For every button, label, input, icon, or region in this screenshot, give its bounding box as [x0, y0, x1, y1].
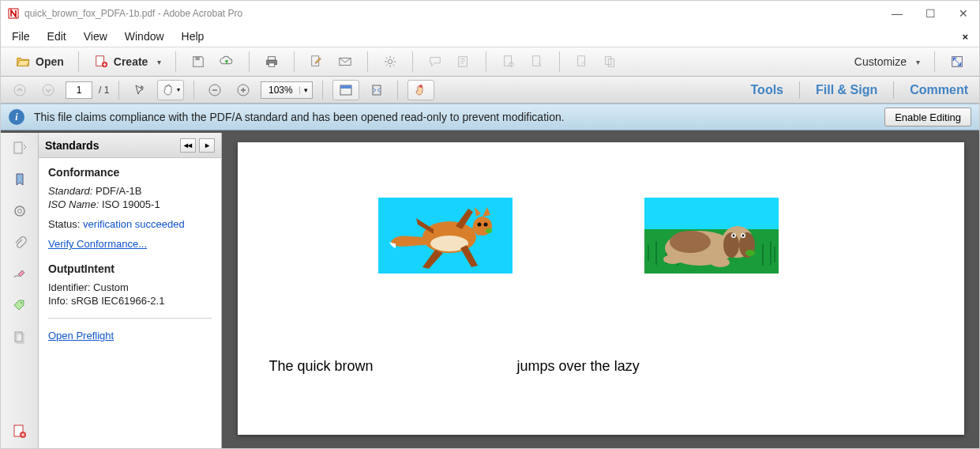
comment-tool[interactable] [421, 51, 449, 73]
edit-page-icon [309, 54, 325, 70]
menu-window[interactable]: Window [125, 30, 164, 43]
open-button[interactable]: Open [9, 51, 70, 73]
status-label: Status: [48, 218, 80, 230]
standard-value: PDF/A-1B [96, 185, 142, 197]
page-1: The quick brown [238, 142, 964, 435]
zoom-input[interactable] [261, 85, 299, 96]
standards-icon[interactable] [11, 202, 28, 220]
svg-rect-3 [196, 57, 200, 61]
stamp-icon [456, 54, 471, 70]
menu-close-x[interactable]: × [962, 31, 968, 43]
acrobat-app-icon [7, 7, 20, 20]
iso-value: ISO 19005-1 [102, 198, 160, 210]
svg-rect-23 [340, 85, 351, 89]
sign-tool[interactable] [523, 51, 551, 73]
bookmarks-icon[interactable] [11, 171, 28, 188]
page-up-button[interactable] [9, 80, 31, 100]
menu-bar: File Edit View Window Help × [1, 26, 979, 47]
tools-pane-button[interactable]: Tools [748, 83, 787, 97]
svg-rect-26 [14, 142, 22, 153]
speech-icon [427, 54, 443, 70]
tags-icon[interactable] [11, 297, 28, 315]
fullscreen-icon [949, 54, 965, 70]
standards-panel: Standards ◂◂ ▸ Conformance Standard: PDF… [39, 133, 222, 448]
identifier-label: Identifier: [48, 281, 90, 293]
edit-button[interactable] [302, 51, 331, 73]
customize-button[interactable]: Customize [848, 52, 926, 71]
customize-label: Customize [854, 55, 907, 68]
menu-view[interactable]: View [84, 30, 107, 43]
save-button[interactable] [184, 51, 212, 73]
signatures-icon[interactable] [11, 266, 28, 283]
menu-help[interactable]: Help [182, 30, 205, 43]
zoom-combo[interactable]: ▾ [261, 81, 313, 99]
svg-point-39 [477, 223, 481, 227]
outputintent-header: OutputIntent [48, 262, 212, 275]
organize-tool[interactable] [596, 51, 625, 73]
print-button[interactable] [257, 51, 286, 73]
fullscreen-button[interactable] [943, 51, 971, 73]
svg-point-9 [389, 59, 392, 63]
conformance-header: Conformance [48, 166, 212, 179]
maximize-button[interactable]: ☐ [921, 7, 940, 20]
page-number-input[interactable] [66, 81, 92, 99]
open-preflight-link[interactable]: Open Preflight [48, 330, 114, 341]
email-button[interactable] [331, 51, 359, 73]
hand-tool[interactable]: ▾ [157, 80, 184, 100]
svg-point-46 [723, 232, 739, 258]
document-area[interactable]: The quick brown [222, 133, 979, 448]
svg-point-53 [663, 255, 682, 264]
read-mode-button[interactable] [407, 80, 434, 100]
fit-page-button[interactable] [366, 80, 388, 100]
page-total: / 1 [99, 85, 109, 96]
fill-sign-pane-button[interactable]: Fill & Sign [813, 83, 880, 97]
identifier-value: Custom [93, 281, 129, 293]
pdf-export-icon[interactable] [11, 423, 28, 440]
svg-rect-24 [373, 85, 381, 95]
window-title: quick_brown_fox_PDFA-1b.pdf - Adobe Acro… [24, 8, 242, 19]
stamp-tool[interactable] [449, 51, 478, 73]
comment-pane-button[interactable]: Comment [907, 83, 971, 97]
folder-open-icon [15, 54, 31, 70]
svg-point-18 [14, 85, 25, 96]
attachments-icon[interactable] [11, 234, 28, 251]
settings-button[interactable] [376, 51, 404, 73]
svg-point-25 [419, 85, 422, 88]
fit-width-button[interactable] [332, 80, 359, 100]
save-icon [190, 54, 206, 70]
layers-icon[interactable] [11, 329, 28, 346]
zoom-in-button[interactable] [232, 80, 254, 100]
svg-point-49 [732, 235, 734, 237]
svg-rect-4 [268, 57, 276, 61]
attach-tool[interactable] [494, 51, 523, 73]
panel-prev-button[interactable]: ◂◂ [180, 138, 196, 153]
panel-next-button[interactable]: ▸ [199, 138, 215, 153]
create-label: Create [114, 55, 148, 68]
page-c-icon [574, 54, 590, 70]
svg-rect-10 [459, 57, 467, 67]
zoom-dropdown[interactable]: ▾ [299, 86, 312, 94]
cloud-upload-icon [219, 54, 235, 70]
envelope-icon [337, 54, 353, 70]
svg-point-19 [43, 85, 54, 96]
info-icon: i [9, 109, 24, 125]
menu-edit[interactable]: Edit [47, 30, 66, 43]
thumbnails-icon[interactable] [11, 139, 28, 157]
status-value: verification succeeded [83, 218, 185, 230]
zoom-out-button[interactable] [204, 80, 226, 100]
page-d-icon [603, 54, 618, 70]
cloud-button[interactable] [212, 51, 241, 73]
page-down-button[interactable] [37, 80, 59, 100]
title-bar: quick_brown_fox_PDFA-1b.pdf - Adobe Acro… [1, 1, 979, 26]
open-label: Open [36, 55, 64, 68]
create-button[interactable]: Create [87, 51, 168, 73]
minimize-button[interactable]: — [888, 7, 907, 20]
close-button[interactable]: ✕ [954, 7, 973, 20]
enable-editing-button[interactable]: Enable Editing [884, 108, 971, 126]
select-tool[interactable] [129, 80, 151, 100]
menu-file[interactable]: File [12, 30, 30, 43]
info-value: sRGB IEC61966-2.1 [71, 295, 165, 307]
export-tool[interactable] [568, 51, 596, 73]
svg-point-27 [15, 206, 24, 216]
verify-conformance-link[interactable]: Verify Conformance... [48, 238, 147, 250]
